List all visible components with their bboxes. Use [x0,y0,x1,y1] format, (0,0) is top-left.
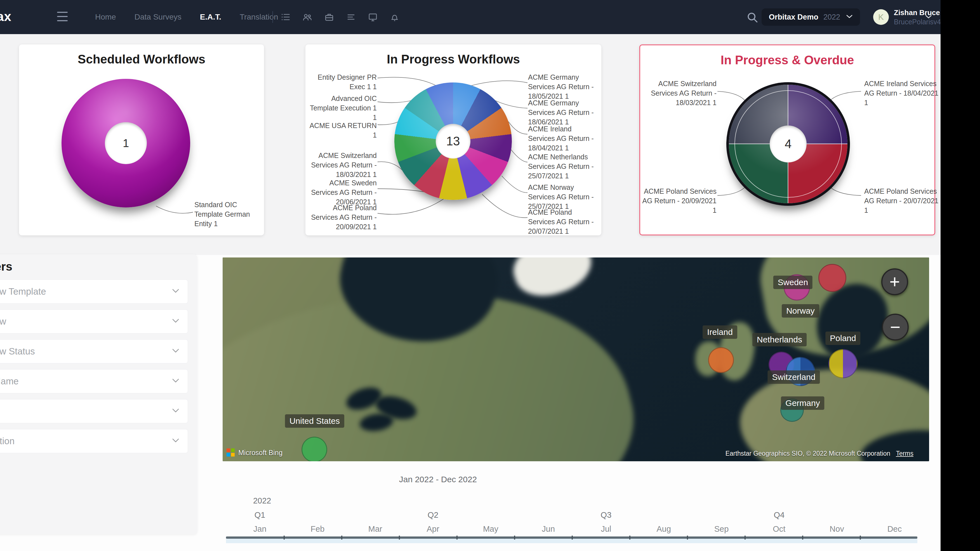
map-label-poland: Poland [825,332,860,345]
filter-label: Workflow Status [0,346,35,357]
timeline-quarter-q3: Q3 [589,510,623,520]
pie-slice-label: ACME Netherlands Services AG Return - 25… [528,152,598,181]
donut-center-value: 13 [436,124,471,159]
timeline-tick [283,536,285,540]
pie-slice-label: ACME Switzerland Services AG Return - 18… [641,79,716,107]
timeline-tick [745,536,746,540]
map-label-netherlands: Netherlands [752,333,807,346]
filter-label: Jurisdiction [0,436,14,446]
card-title: Scheduled Workflows [19,52,264,66]
timeline-tick [802,536,803,540]
terms-link[interactable]: Terms [896,450,913,457]
chevron-down-icon [172,378,180,384]
user-name: Zishan Bruce [894,8,940,17]
filter-label: Workflow Template [0,286,46,297]
nav-link-data-surveys[interactable]: Data Surveys [135,13,181,22]
bubble-sweden-red[interactable] [818,264,846,292]
filter-label: Entity Name [0,376,19,387]
zoom-in-button[interactable]: + [881,268,908,295]
pie-slice-label: ACME Poland Services AG Return - 20/07/2… [528,207,598,236]
timeline-month-jul: Jul [589,524,623,534]
nav-toolbar [280,0,400,34]
filters-heading: Filters [0,260,12,273]
card-title: In Progress Workflows [305,52,601,66]
tenant-year: 2022 [823,13,840,22]
chevron-down-icon [172,348,180,354]
tenant-selector[interactable]: Orbitax Demo 2022 [762,8,860,26]
filter-label: Workflow [0,316,6,327]
timeline-tick [457,536,458,540]
world-map[interactable]: United StatesIrelandSwedenNorwayNetherla… [223,257,929,461]
monitor-icon[interactable] [368,12,378,22]
filter-workflow-template[interactable]: Workflow Template [0,279,188,303]
timeline-tick [399,536,400,540]
pie-slice-label: ACME Ireland Services AG Return - 18/04/… [864,79,942,107]
donut-center-value: 1 [105,122,147,164]
land-greenland-ice [507,257,598,305]
timeline-month-apr: Apr [416,524,450,534]
pie-slice-label: ACME Poland Services AG Return - 20/09/2… [307,203,377,232]
timeline-tick [860,536,861,540]
timeline-month-aug: Aug [647,524,681,534]
donut-center-value: 4 [770,125,807,162]
pie-slice-label: ACME Poland Services AG Return - 20/07/2… [864,186,942,215]
microsoft-bing-logo: Microsoft Bing [226,448,283,457]
map-label-switzerland: Switzerland [767,370,820,384]
filter-workflow-status[interactable]: Workflow Status [0,339,188,364]
scheduled-workflows-card: Scheduled Workflows 1 Standard OIC Templ… [19,44,264,235]
briefcase-icon[interactable] [324,12,334,22]
user-menu-chevron-icon[interactable] [925,14,932,20]
filter-entity-name[interactable]: Entity Name [0,369,188,393]
microsoft-logo-icon [226,448,235,457]
map-attribution: Earthstar Geographics SIO, © 2022 Micros… [725,450,913,457]
card-title: In Progress & Overdue [640,53,934,67]
in-progress-overdue-card: In Progress & Overdue 4 ACME Switzerland… [640,44,935,235]
nav-link-e-a-t[interactable]: E.A.T. [200,13,221,22]
pie-slice-label: ACME Germany Services AG Return - 18/06/… [528,98,598,127]
filter-workflow[interactable]: Workflow [0,310,188,333]
bell-icon[interactable] [389,12,400,22]
top-nav: ax HomeData SurveysE.A.T.Translation Orb… [0,0,980,34]
timeline-tick [687,536,688,540]
bubble-united-states[interactable] [302,437,327,461]
pie-slice-label: ACME Germany Services AG Return - 18/05/… [528,72,598,101]
lines-icon[interactable] [346,12,356,22]
pie-slice-label: ACME Poland Services AG Return - 20/09/2… [641,186,716,215]
timeline-month-sep: Sep [705,524,738,534]
tenant-name: Orbitax Demo [769,13,818,22]
timeline-month-feb: Feb [301,524,334,534]
screen-edge-letterbox [940,0,980,551]
filters-panel: Filters Workflow TemplateWorkflowWorkflo… [0,254,197,534]
timeline-tick [514,536,515,540]
timeline-month-mar: Mar [358,524,392,534]
map-label-norway: Norway [782,304,819,318]
users-icon[interactable] [302,12,313,22]
timeline-tick [629,536,630,540]
avatar[interactable]: K [873,9,889,25]
menu-icon[interactable] [57,12,68,21]
bubble-ireland[interactable] [708,347,734,373]
dashboard-page: ax HomeData SurveysE.A.T.Translation Orb… [0,0,980,551]
timeline-quarter-q2: Q2 [416,510,450,520]
timeline-month-may: May [474,524,508,534]
pie-slice-label: ACME Ireland Services AG Return - 18/04/… [528,124,598,152]
nav-link-home[interactable]: Home [95,13,116,22]
pie-slice-label: ACME Switzerland Services AG Return - 18… [307,151,377,179]
timeline-month-nov: Nov [820,524,854,534]
zoom-out-button[interactable]: − [882,314,909,340]
user-username: BrucePolarisv4 [894,18,941,26]
pie-slice-label: Entity Designer PR Exec 1 1 [307,72,377,91]
filter-jurisdiction[interactable]: Jurisdiction [0,429,188,453]
search-icon[interactable] [746,11,759,24]
map-label-ireland: Ireland [703,326,737,339]
list-icon[interactable] [280,12,291,22]
map-label-united-states: United States [285,414,344,428]
filter-owner[interactable]: Owner [0,399,188,423]
nav-divider [272,11,273,23]
pie-slice-label: ACME Sweden Services AG Return - 20/06/2… [307,178,377,206]
timeline-quarter-q1: Q1 [243,510,277,520]
pie-slice-label: Advanced OIC Template Execution 1 1 [307,94,377,122]
pie-slice-label: ACME Norway Services AG Return - 25/07/2… [528,183,598,211]
timeline-range-title: Jan 2022 - Dec 2022 [393,475,483,484]
bubble-poland[interactable] [829,349,858,378]
